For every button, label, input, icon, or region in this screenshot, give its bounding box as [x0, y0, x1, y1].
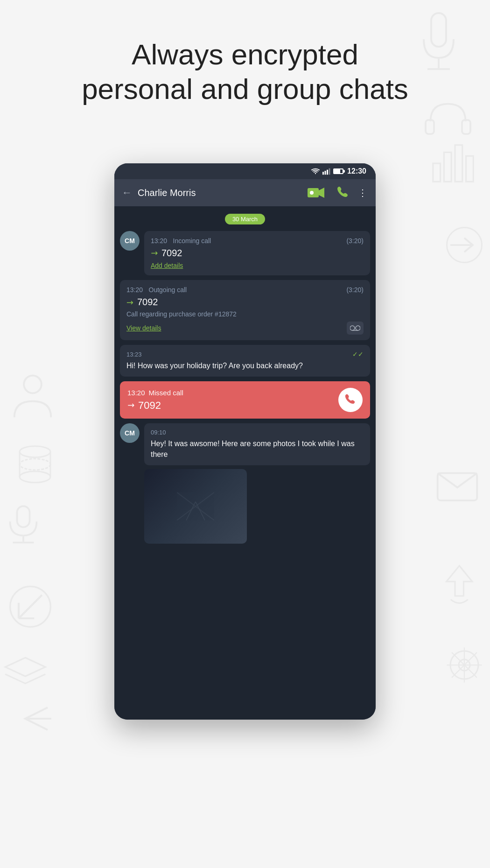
status-time: 12:30 [347, 167, 366, 175]
svg-rect-5 [433, 163, 441, 182]
call-note: Call regarding purchase order #12872 [126, 310, 364, 318]
svg-point-9 [447, 228, 482, 263]
svg-point-10 [24, 376, 42, 393]
svg-rect-7 [455, 145, 462, 182]
outgoing-call-message: 13:20 Outgoing call (3:20) ↗ 7092 Call r… [120, 280, 370, 340]
missed-label: Missed call [149, 389, 183, 397]
received-bubble: 09:10 Hey! It was awsome! Here are some … [144, 423, 370, 465]
avatar: CM [120, 231, 140, 251]
chat-area: 30 March CM 13:20 Incoming call (3:20) ↙… [114, 206, 376, 720]
missed-header: 13:20 Missed call [127, 389, 338, 397]
missed-content: 13:20 Missed call ↙ 7092 [127, 389, 338, 412]
wifi-icon [311, 168, 320, 175]
received-text: Hey! It was awsome! Here are some photos… [151, 439, 364, 460]
svg-point-15 [20, 459, 50, 470]
call-time-out: 13:20 [126, 286, 143, 294]
incoming-call-message: CM 13:20 Incoming call (3:20) ↙ 7092 Add… [120, 231, 370, 275]
photo-preview[interactable] [144, 469, 247, 544]
call-number: 7092 [161, 248, 182, 259]
incoming-arrow-icon: ↙ [148, 247, 160, 259]
video-call-button[interactable] [308, 186, 328, 199]
svg-line-26 [452, 652, 477, 678]
svg-rect-0 [431, 13, 446, 47]
received-text-message: CM 09:10 Hey! It was awsome! Here are so… [120, 423, 370, 544]
svg-rect-21 [438, 473, 477, 500]
call-type-out: Outgoing call [149, 286, 187, 294]
svg-point-22 [450, 651, 478, 679]
signal-icon [322, 168, 331, 175]
status-bar: 12:30 [114, 163, 376, 179]
svg-rect-3 [426, 120, 434, 134]
svg-point-14 [20, 471, 50, 483]
call-number-row-out: ↗ 7092 [126, 297, 364, 308]
more-options-button[interactable]: ⋮ [358, 187, 368, 198]
app-bar: ← Charlie Morris ⋮ [114, 179, 376, 206]
svg-point-34 [310, 191, 314, 195]
missed-arrow-icon: ↙ [125, 399, 137, 412]
callback-button[interactable] [338, 388, 363, 412]
svg-point-11 [20, 446, 50, 457]
text-message-sent: 13:23 ✓✓ Hi! How was your holiday trip? … [120, 345, 370, 377]
title-line2: personal and group chats [82, 73, 408, 105]
received-meta: 09:10 [151, 429, 364, 436]
call-type: Incoming call [173, 237, 211, 245]
back-button[interactable]: ← [122, 187, 132, 199]
call-duration: (3:20) [346, 237, 364, 245]
received-time: 09:10 [151, 429, 166, 436]
svg-rect-31 [329, 168, 330, 175]
date-label: 30 March [225, 214, 265, 224]
outgoing-arrow-icon: ↗ [124, 296, 136, 308]
svg-marker-33 [319, 188, 324, 198]
voicemail-icon [347, 322, 364, 335]
msg-text: Hi! How was your holiday trip? Are you b… [126, 361, 364, 371]
page-title: Always encrypted personal and group chat… [82, 37, 408, 107]
title-line1: Always encrypted [132, 38, 358, 70]
phone-mockup: 12:30 ← Charlie Morris ⋮ [114, 163, 376, 720]
call-time: 13:20 [151, 237, 167, 245]
call-header-out: 13:20 Outgoing call (3:20) [126, 286, 364, 294]
missed-number: 7092 [138, 399, 161, 412]
missed-number-row: ↙ 7092 [127, 399, 338, 412]
avatar-text: CM [125, 237, 135, 245]
missed-time: 13:20 [127, 389, 145, 397]
svg-rect-30 [327, 169, 328, 175]
svg-rect-16 [17, 506, 30, 527]
svg-line-27 [452, 652, 477, 678]
avatar-text-2: CM [125, 429, 135, 437]
missed-call-message: 13:20 Missed call ↙ 7092 [120, 381, 370, 419]
msg-meta: 13:23 ✓✓ [126, 350, 364, 358]
svg-point-36 [356, 326, 360, 330]
header-section: Always encrypted personal and group chat… [82, 37, 408, 107]
callback-phone-icon [344, 392, 357, 407]
app-bar-actions: ⋮ [308, 185, 368, 201]
svg-rect-4 [462, 120, 470, 134]
avatar-2: CM [120, 423, 140, 443]
svg-point-23 [459, 659, 470, 671]
call-bubble-incoming: 13:20 Incoming call (3:20) ↙ 7092 Add de… [144, 231, 370, 275]
call-number-row: ↙ 7092 [151, 248, 364, 259]
battery-icon [333, 168, 343, 174]
add-details-link[interactable]: Add details [151, 262, 183, 269]
call-header: 13:20 Incoming call (3:20) [151, 237, 364, 245]
svg-point-35 [350, 326, 355, 330]
svg-rect-8 [466, 156, 474, 182]
svg-point-19 [10, 587, 51, 627]
svg-rect-28 [322, 172, 324, 175]
call-duration-out: (3:20) [346, 286, 364, 294]
contact-name: Charlie Morris [138, 188, 302, 198]
call-number-out: 7092 [137, 297, 158, 308]
voice-call-button[interactable] [336, 185, 350, 201]
status-icons [311, 168, 343, 175]
date-separator: 30 March [120, 214, 370, 224]
view-details-link[interactable]: View details [126, 324, 161, 332]
read-receipt-icon: ✓✓ [352, 350, 364, 358]
msg-time: 13:23 [126, 351, 142, 358]
svg-rect-6 [444, 152, 451, 182]
svg-rect-29 [325, 171, 326, 175]
